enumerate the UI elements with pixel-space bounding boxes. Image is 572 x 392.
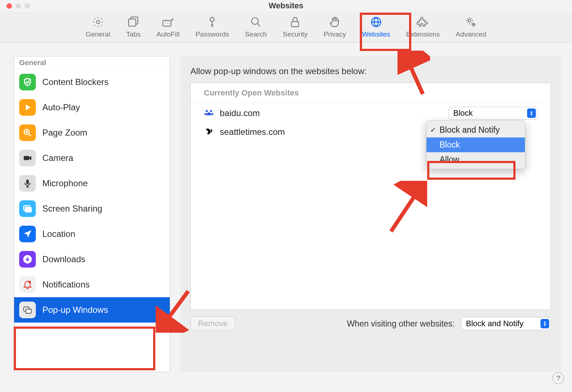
bell-icon: [19, 276, 36, 293]
toolbar-label: Passwords: [195, 30, 229, 38]
sidebar-section-header: General: [14, 56, 170, 69]
toolbar-label: Security: [283, 30, 308, 38]
select-stepper-icon: ▲▼: [527, 108, 536, 118]
camera-icon: [19, 150, 36, 166]
toolbar-item-general[interactable]: General: [84, 15, 112, 39]
svg-point-7: [468, 19, 471, 22]
hand-icon: [329, 16, 341, 28]
settings-sidebar: General Content Blockers Auto-Play Page …: [14, 56, 170, 372]
toolbar-label: Search: [245, 30, 267, 38]
download-icon: [19, 251, 36, 268]
seattletimes-favicon-icon: [204, 127, 214, 137]
svg-point-4: [252, 18, 258, 24]
window-title: Websites: [0, 1, 572, 10]
sidebar-item-label: Downloads: [42, 254, 85, 264]
globe-icon: [370, 16, 382, 28]
sidebar-item-label: Location: [42, 229, 75, 239]
toolbar-label: General: [86, 30, 110, 38]
sidebar-item-camera[interactable]: Camera: [14, 145, 170, 171]
dropdown-option-label: Block and Notify: [439, 125, 500, 135]
select-value: Block: [453, 108, 473, 118]
svg-rect-1: [129, 19, 136, 26]
location-icon: [19, 226, 36, 242]
remove-button[interactable]: Remove: [190, 316, 235, 331]
tabs-icon: [127, 16, 139, 28]
help-button[interactable]: ?: [552, 372, 564, 384]
puzzle-icon: [417, 16, 429, 28]
website-domain: baidu.com: [220, 108, 443, 118]
gear-icon: [92, 16, 104, 28]
main-panel: Allow pop-up windows on the websites bel…: [180, 56, 561, 372]
popup-policy-select[interactable]: Block ▲▼: [449, 107, 538, 120]
svg-point-20: [205, 113, 207, 115]
select-stepper-icon: ▲▼: [541, 319, 549, 328]
play-icon: [19, 99, 36, 116]
dropdown-option-label: Block: [439, 140, 460, 149]
sidebar-item-downloads[interactable]: Downloads: [14, 247, 170, 272]
sidebar-item-notifications[interactable]: Notifications: [14, 272, 170, 297]
toolbar-item-search[interactable]: Search: [244, 15, 268, 39]
svg-rect-10: [24, 156, 29, 160]
svg-point-15: [28, 281, 31, 284]
svg-point-3: [210, 17, 214, 21]
svg-point-19: [210, 110, 212, 112]
help-label: ?: [556, 374, 560, 383]
lock-icon: [289, 16, 301, 28]
svg-point-8: [472, 24, 475, 26]
toolbar-item-passwords[interactable]: Passwords: [194, 15, 231, 39]
toolbar-label: Advanced: [456, 30, 487, 38]
websites-list: Currently Open Websites baidu.com Block …: [190, 83, 551, 310]
titlebar: Websites: [0, 0, 572, 12]
toolbar-label: Privacy: [324, 30, 346, 38]
sidebar-item-screen-sharing[interactable]: Screen Sharing: [14, 196, 170, 221]
toolbar-item-advanced[interactable]: Advanced: [454, 15, 488, 39]
toolbar-label: Websites: [362, 30, 390, 38]
sidebar-item-content-blockers[interactable]: Content Blockers: [14, 69, 170, 95]
toolbar-item-tabs[interactable]: Tabs: [125, 15, 142, 39]
toolbar-item-autofill[interactable]: AutoFill: [155, 15, 181, 39]
svg-point-18: [206, 110, 208, 112]
panel-footer: Remove When visiting other websites: Blo…: [190, 316, 551, 331]
toolbar-item-extensions[interactable]: Extensions: [405, 15, 441, 39]
popup-policy-dropdown: ✓ Block and Notify Block Allow: [426, 120, 525, 169]
sidebar-item-auto-play[interactable]: Auto-Play: [14, 95, 170, 120]
svg-rect-11: [26, 180, 29, 184]
sidebar-item-label: Screen Sharing: [42, 204, 102, 214]
content-area: General Content Blockers Auto-Play Page …: [0, 42, 572, 383]
dropdown-option-block-and-notify[interactable]: ✓ Block and Notify: [426, 123, 525, 137]
toolbar-item-security[interactable]: Security: [281, 15, 309, 39]
screen-share-icon: [19, 200, 36, 217]
dropdown-option-label: Allow: [439, 155, 459, 164]
sidebar-item-label: Pop-up Windows: [42, 305, 108, 315]
sidebar-item-label: Auto-Play: [42, 102, 80, 112]
svg-point-0: [96, 20, 100, 24]
sidebar-item-label: Microphone: [42, 178, 88, 188]
sidebar-item-page-zoom[interactable]: Page Zoom: [14, 120, 170, 145]
website-row[interactable]: seattletimes.com ✓ Block and Notify Bloc…: [191, 123, 551, 141]
sidebar-item-label: Content Blockers: [42, 77, 109, 87]
sidebar-item-label: Camera: [42, 153, 73, 163]
shield-check-icon: [19, 74, 36, 90]
default-policy-label: When visiting other websites:: [347, 319, 455, 329]
default-policy-select[interactable]: Block and Notify ▲▼: [461, 317, 551, 330]
sidebar-item-microphone[interactable]: Microphone: [14, 171, 170, 196]
svg-rect-17: [26, 309, 31, 314]
dropdown-option-allow[interactable]: Allow: [426, 152, 525, 167]
microphone-icon: [19, 175, 36, 192]
dropdown-option-block[interactable]: Block: [426, 137, 525, 152]
toolbar-label: Tabs: [126, 30, 140, 38]
panel-title: Allow pop-up windows on the websites bel…: [190, 66, 551, 76]
svg-point-21: [211, 113, 213, 115]
svg-rect-13: [25, 208, 31, 212]
search-icon: [250, 16, 262, 28]
sidebar-item-location[interactable]: Location: [14, 221, 170, 247]
zoom-icon: [19, 124, 36, 141]
toolbar-item-websites[interactable]: Websites: [361, 15, 392, 39]
toolbar-item-privacy[interactable]: Privacy: [322, 15, 348, 39]
sidebar-item-popup-windows[interactable]: Pop-up Windows: [14, 297, 170, 323]
popup-windows-icon: [19, 302, 36, 318]
baidu-favicon-icon: [204, 108, 214, 118]
key-icon: [206, 16, 218, 28]
toolbar-label: Extensions: [406, 30, 440, 38]
list-section-header: Currently Open Websites: [191, 83, 551, 103]
